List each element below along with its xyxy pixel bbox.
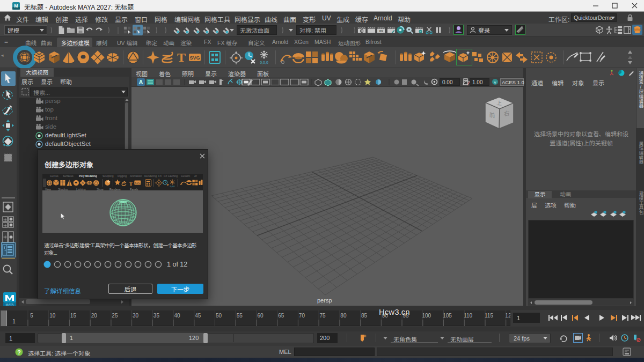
svg-text:1: 1: [12, 319, 16, 324]
svg-text:M: M: [14, 3, 18, 9]
svg-text:40: 40: [174, 313, 181, 319]
svg-text:30: 30: [133, 313, 139, 319]
svg-text:55: 55: [237, 313, 243, 319]
svg-text:115: 115: [485, 313, 493, 319]
svg-text:50: 50: [216, 313, 222, 319]
svg-text:SVG: SVG: [189, 55, 200, 61]
svg-text:A: A: [139, 79, 143, 85]
svg-text:上: 上: [496, 100, 502, 106]
svg-text:T: T: [129, 180, 133, 187]
svg-text:70: 70: [299, 313, 305, 319]
svg-text:80: 80: [340, 313, 347, 319]
svg-text:SVG: SVG: [135, 182, 140, 184]
svg-text:IPR: IPR: [379, 30, 384, 33]
svg-text:v: v: [494, 80, 496, 85]
svg-text:75: 75: [320, 313, 326, 319]
svg-text:20: 20: [91, 313, 98, 319]
svg-text:45: 45: [195, 313, 201, 319]
svg-text:35: 35: [153, 313, 160, 319]
svg-text:85: 85: [361, 313, 368, 319]
svg-text:前: 前: [489, 112, 495, 119]
svg-text:100: 100: [422, 313, 431, 319]
svg-text:0,0,0: 0,0,0: [260, 61, 268, 64]
svg-text:?: ?: [17, 350, 20, 356]
svg-text:0,0,0: 0,0,0: [170, 186, 174, 188]
svg-text:65: 65: [278, 313, 284, 319]
svg-text:15: 15: [70, 313, 77, 319]
svg-text:5: 5: [30, 313, 33, 319]
svg-text:10: 10: [49, 313, 56, 319]
svg-text:25: 25: [112, 313, 118, 319]
svg-text:105: 105: [443, 313, 452, 319]
svg-text:60: 60: [257, 313, 264, 319]
svg-text:110: 110: [464, 313, 472, 319]
svg-text:120: 120: [505, 313, 510, 319]
svg-text:T: T: [177, 50, 186, 64]
svg-text:右: 右: [504, 110, 510, 117]
